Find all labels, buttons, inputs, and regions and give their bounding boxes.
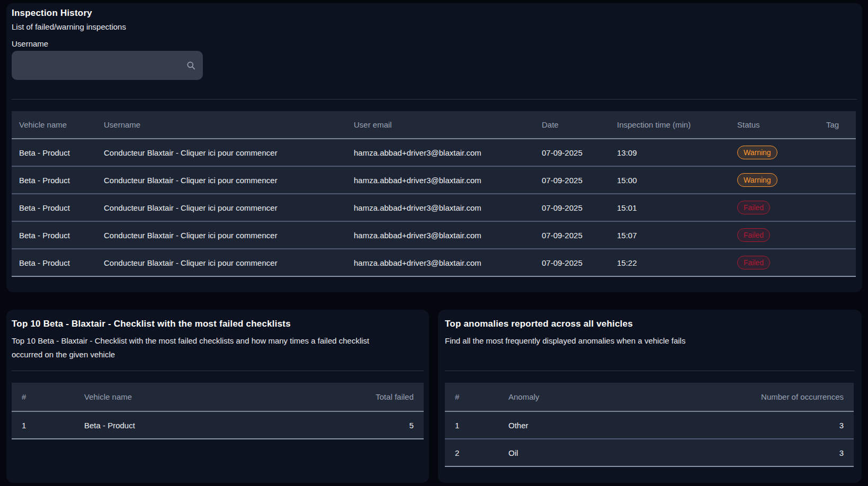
panel-subtitle: List of failed/warning inspections xyxy=(12,22,126,31)
cell-count: 3 xyxy=(732,448,854,457)
cell-status: Failed xyxy=(730,201,819,214)
cell-email: hamza.abbad+driver3@blaxtair.com xyxy=(346,148,534,157)
inspection-history-panel: Inspection History List of failed/warnin… xyxy=(6,3,862,292)
table-row: Beta - Product Conducteur Blaxtair - Cli… xyxy=(12,194,856,222)
table-row: 1 Other 3 xyxy=(445,412,854,439)
col-vehicle-name[interactable]: Vehicle name xyxy=(74,392,318,401)
col-occurrences[interactable]: Number of occurrences xyxy=(732,392,854,401)
cell-username: Conducteur Blaxtair - Cliquer ici pour c… xyxy=(96,258,346,267)
cell-username: Conducteur Blaxtair - Cliquer ici pour c… xyxy=(96,203,346,212)
cell-vehicle: Beta - Product xyxy=(12,148,96,157)
anomalies-table-header: # Anomaly Number of occurrences xyxy=(445,383,854,412)
panel-title: Top anomalies reported across all vehicl… xyxy=(445,319,633,329)
panel-description: Top 10 Beta - Blaxtair - Checklist with … xyxy=(12,334,401,362)
inspections-table: Vehicle name Username User email Date In… xyxy=(12,111,856,277)
cell-rank: 2 xyxy=(445,448,498,457)
top-anomalies-panel: Top anomalies reported across all vehicl… xyxy=(438,310,862,483)
cell-vehicle: Beta - Product xyxy=(74,421,318,430)
inspections-table-header: Vehicle name Username User email Date In… xyxy=(12,111,856,139)
col-inspection-time[interactable]: Inspection time (min) xyxy=(610,120,730,129)
search-icon xyxy=(185,60,196,71)
status-badge: Warning xyxy=(737,146,777,159)
cell-date: 07-09-2025 xyxy=(534,148,610,157)
cell-time: 15:01 xyxy=(610,203,730,212)
top-failed-checklists-panel: Top 10 Beta - Blaxtair - Checklist with … xyxy=(6,310,429,483)
top-failed-table-header: # Vehicle name Total failed xyxy=(12,383,424,412)
col-rank[interactable]: # xyxy=(12,392,74,401)
cell-email: hamza.abbad+driver3@blaxtair.com xyxy=(346,203,534,212)
cell-date: 07-09-2025 xyxy=(534,203,610,212)
cell-email: hamza.abbad+driver3@blaxtair.com xyxy=(346,258,534,267)
cell-vehicle: Beta - Product xyxy=(12,231,96,240)
cell-date: 07-09-2025 xyxy=(534,258,610,267)
cell-email: hamza.abbad+driver3@blaxtair.com xyxy=(346,176,534,185)
table-row: 2 Oil 3 xyxy=(445,439,854,467)
top-failed-table: # Vehicle name Total failed 1 Beta - Pro… xyxy=(12,383,424,439)
col-tag[interactable]: Tag xyxy=(819,120,856,129)
cell-date: 07-09-2025 xyxy=(534,176,610,185)
cell-anomaly: Other xyxy=(498,421,732,430)
table-row: Beta - Product Conducteur Blaxtair - Cli… xyxy=(12,249,856,277)
col-user-email[interactable]: User email xyxy=(346,120,534,129)
col-status[interactable]: Status xyxy=(730,120,819,129)
table-row: Beta - Product Conducteur Blaxtair - Cli… xyxy=(12,139,856,167)
cell-time: 15:00 xyxy=(610,176,730,185)
section-divider xyxy=(445,371,855,371)
cell-username: Conducteur Blaxtair - Cliquer ici pour c… xyxy=(96,148,346,157)
cell-count: 3 xyxy=(732,421,854,430)
col-rank[interactable]: # xyxy=(445,392,498,401)
cell-vehicle: Beta - Product xyxy=(12,176,96,185)
panel-description: Find all the most frequently displayed a… xyxy=(445,334,685,348)
cell-total: 5 xyxy=(318,421,424,430)
col-vehicle-name[interactable]: Vehicle name xyxy=(12,120,96,129)
cell-time: 13:09 xyxy=(610,148,730,157)
cell-status: Warning xyxy=(730,173,819,187)
table-row: 1 Beta - Product 5 xyxy=(12,412,424,439)
col-username[interactable]: Username xyxy=(96,120,346,129)
cell-time: 15:22 xyxy=(610,258,730,267)
cell-anomaly: Oil xyxy=(498,448,732,457)
col-anomaly[interactable]: Anomaly xyxy=(498,392,732,401)
cell-date: 07-09-2025 xyxy=(534,231,610,240)
cell-username: Conducteur Blaxtair - Cliquer ici pour c… xyxy=(96,231,346,240)
section-divider xyxy=(12,371,424,371)
cell-email: hamza.abbad+driver3@blaxtair.com xyxy=(346,231,534,240)
cell-status: Failed xyxy=(730,256,819,269)
cell-rank: 1 xyxy=(445,421,498,430)
col-total-failed[interactable]: Total failed xyxy=(318,392,424,401)
cell-rank: 1 xyxy=(12,421,74,430)
anomalies-table: # Anomaly Number of occurrences 1 Other … xyxy=(445,383,854,467)
table-row: Beta - Product Conducteur Blaxtair - Cli… xyxy=(12,222,856,249)
username-search-input[interactable] xyxy=(12,51,203,80)
col-date[interactable]: Date xyxy=(534,120,610,129)
status-badge: Failed xyxy=(737,256,770,269)
status-badge: Warning xyxy=(737,173,777,187)
cell-vehicle: Beta - Product xyxy=(12,203,96,212)
table-row: Beta - Product Conducteur Blaxtair - Cli… xyxy=(12,167,856,194)
cell-status: Warning xyxy=(730,146,819,159)
status-badge: Failed xyxy=(737,228,770,242)
cell-username: Conducteur Blaxtair - Cliquer ici pour c… xyxy=(96,176,346,185)
username-label: Username xyxy=(12,39,48,48)
status-badge: Failed xyxy=(737,201,770,214)
cell-status: Failed xyxy=(730,228,819,242)
username-search-box[interactable] xyxy=(12,51,203,80)
panel-title: Inspection History xyxy=(12,8,92,19)
section-divider xyxy=(12,99,857,100)
cell-vehicle: Beta - Product xyxy=(12,258,96,267)
panel-title: Top 10 Beta - Blaxtair - Checklist with … xyxy=(12,319,291,329)
cell-time: 15:07 xyxy=(610,231,730,240)
